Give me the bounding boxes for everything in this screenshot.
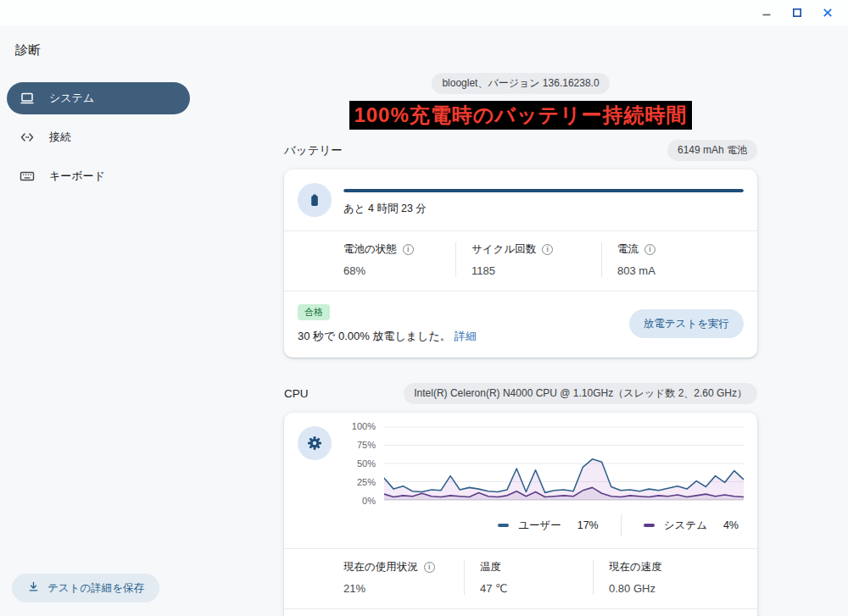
- y-tick: 25%: [357, 477, 376, 487]
- info-icon[interactable]: [424, 562, 435, 573]
- battery-capacity-badge: 6149 mAh 電池: [667, 140, 757, 161]
- battery-test-result-row: 合格 30 秒で 0.00% 放電しました。詳細 放電テストを実行: [284, 291, 757, 358]
- sidebar: 診断 システム 接続 キーボード: [0, 25, 197, 616]
- legend-value: 4%: [723, 519, 739, 531]
- device-version-badge: blooglet、バージョン 136.16238.0: [432, 73, 609, 94]
- stat-label: サイクル回数: [471, 242, 536, 257]
- battery-charge-fill: [343, 189, 744, 192]
- main-content: blooglet、バージョン 136.16238.0 100%充電時のバッテリー…: [197, 25, 848, 616]
- cpu-stats-row: 現在の使用状況 21% 温度 47 ℃ 現在の速度 0.80 GHz: [284, 549, 757, 608]
- sidebar-item-label: 接続: [49, 130, 71, 145]
- chart-y-axis: 100% 75% 50% 25% 0%: [343, 426, 376, 501]
- y-tick: 50%: [357, 458, 376, 469]
- window-minimize-button[interactable]: [751, 2, 782, 24]
- y-tick: 0%: [362, 496, 376, 506]
- battery-stats-row: 電池の状態 68% サイクル回数 1185 電流 803 mA: [284, 231, 757, 291]
- battery-icon: [298, 183, 332, 217]
- stat-value: 68%: [343, 264, 444, 277]
- cpu-usage-chart: 100% 75% 50% 25% 0%: [343, 426, 744, 501]
- legend-item-system: システム 4%: [644, 519, 739, 533]
- save-test-details-button[interactable]: テストの詳細を保存: [12, 574, 159, 602]
- cpu-chart-legend: ユーザー 17% システム 4%: [284, 504, 757, 548]
- keyboard-icon: [19, 168, 36, 185]
- window-close-button[interactable]: [812, 2, 843, 24]
- stat-value: 803 mA: [617, 264, 732, 277]
- cpu-chip-badge: Intel(R) Celeron(R) N4000 CPU @ 1.10GHz（…: [404, 383, 757, 404]
- battery-stat-health: 電池の状態 68%: [343, 242, 455, 277]
- cpu-stat-temperature: 温度 47 ℃: [464, 560, 593, 595]
- stat-label: 現在の使用状況: [343, 560, 418, 574]
- stat-value: 47 ℃: [480, 582, 581, 595]
- sidebar-item-keyboard[interactable]: キーボード: [7, 160, 190, 192]
- diagnostics-app-window: 診断 システム 接続 キーボード: [0, 0, 848, 616]
- battery-section-title: バッテリー: [284, 143, 343, 158]
- stat-value: 1185: [471, 264, 589, 277]
- battery-section: バッテリー 6149 mAh 電池 あと: [284, 140, 757, 358]
- info-icon[interactable]: [644, 244, 656, 255]
- legend-value: 17%: [577, 519, 599, 531]
- legend-label: システム: [664, 519, 707, 533]
- legend-swatch-system: [644, 524, 655, 527]
- cpu-section-title: CPU: [284, 387, 309, 400]
- test-details-link[interactable]: 詳細: [455, 330, 477, 342]
- battery-time-remaining: あと 4 時間 23 分: [343, 202, 744, 216]
- battery-stat-cycle-count: サイクル回数 1185: [455, 242, 601, 277]
- cpu-section: CPU Intel(R) Celeron(R) N4000 CPU @ 1.10…: [284, 383, 757, 616]
- legend-item-user: ユーザー 17%: [498, 519, 599, 533]
- sidebar-item-connectivity[interactable]: 接続: [7, 121, 190, 153]
- cpu-stat-speed: 現在の速度 0.80 GHz: [593, 560, 744, 595]
- laptop-icon: [19, 90, 36, 107]
- sidebar-item-label: システム: [49, 91, 94, 106]
- gear-icon: [298, 426, 332, 460]
- battery-card: あと 4 時間 23 分 電池の状態 68% サイクル回数 1185: [284, 169, 757, 358]
- stat-value: 0.80 GHz: [609, 582, 732, 595]
- legend-swatch-user: [498, 524, 509, 527]
- sidebar-item-system[interactable]: システム: [7, 82, 190, 114]
- window-titlebar: [0, 0, 848, 25]
- run-discharge-test-button[interactable]: 放電テストを実行: [629, 309, 744, 338]
- test-pass-badge: 合格: [298, 304, 330, 320]
- cpu-stat-usage: 現在の使用状況 21%: [343, 560, 464, 595]
- screenshot-annotation: 100%充電時のバッテリー持続時間: [349, 101, 691, 130]
- app-title: 診断: [15, 42, 197, 58]
- divider: [621, 514, 622, 536]
- window-maximize-button[interactable]: [782, 2, 812, 24]
- stat-label: 電流: [617, 242, 639, 257]
- close-icon: [823, 8, 833, 18]
- stat-label: 電池の状態: [343, 242, 397, 257]
- y-tick: 100%: [352, 421, 376, 431]
- stat-label: 現在の速度: [609, 560, 662, 574]
- chart-plot-area: [384, 426, 744, 501]
- info-icon[interactable]: [403, 244, 414, 255]
- ethernet-icon: [19, 129, 36, 146]
- download-icon: [27, 580, 40, 596]
- battery-stat-current: 電流 803 mA: [601, 242, 744, 277]
- y-tick: 75%: [357, 440, 376, 450]
- save-test-details-label: テストの詳細を保存: [47, 581, 144, 596]
- stat-value: 21%: [343, 582, 452, 595]
- cpu-card: 100% 75% 50% 25% 0%: [284, 413, 757, 616]
- info-icon[interactable]: [542, 244, 553, 255]
- maximize-icon: [792, 8, 802, 18]
- stat-label: 温度: [480, 560, 501, 574]
- minimize-icon: [762, 8, 772, 18]
- battery-charge-bar: [343, 189, 744, 192]
- test-result-text: 30 秒で 0.00% 放電しました。: [298, 330, 451, 342]
- sidebar-item-label: キーボード: [49, 169, 105, 184]
- legend-label: ユーザー: [518, 519, 561, 533]
